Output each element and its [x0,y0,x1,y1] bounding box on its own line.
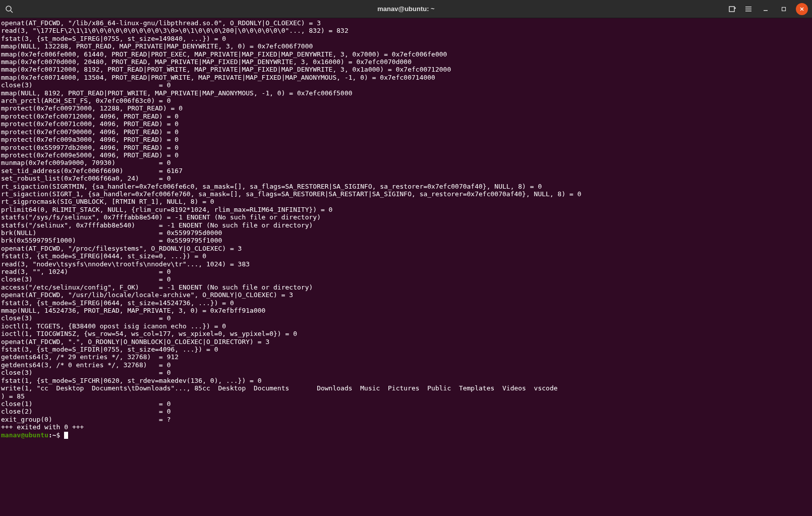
terminal-line: mprotect(0x7efc00712000, 4096, PROT_READ… [1,112,811,120]
terminal-line: mprotect(0x7efc0071c000, 4096, PROT_READ… [1,120,811,128]
terminal-line: fstat(1, {st_mode=S_IFCHR|0620, st_rdev=… [1,377,811,384]
terminal-line: mmap(0x7efc00714000, 13504, PROT_READ|PR… [1,74,811,81]
terminal-line: brk(0x5599795f1000) = 0x5599795f1000 [1,237,811,244]
prompt-dollar: $ [56,431,65,439]
terminal-line: ) = 85 [1,392,811,400]
terminal-line: mprotect(0x7efc009a3000, 4096, PROT_READ… [1,136,811,143]
search-icon[interactable] [4,4,14,14]
terminal-line: fstat(3, {st_mode=S_IFREG|0644, st_size=… [1,299,811,307]
titlebar: manav@ubuntu: ~ [0,0,812,18]
terminal-line: fstat(3, {st_mode=S_IFREG|0444, st_size=… [1,252,811,260]
terminal-line: fstat(3, {st_mode=S_IFDIR|0755, st_size=… [1,346,811,353]
terminal-line: getdents64(3, /* 29 entries */, 32768) =… [1,353,811,361]
terminal-line: fstat(3, {st_mode=S_IFREG|0755, st_size=… [1,35,811,42]
terminal-line: mprotect(0x559977db2000, 4096, PROT_READ… [1,144,811,151]
svg-rect-6 [745,9,751,10]
svg-rect-7 [745,11,751,12]
terminal-line: write(1, "cc Desktop Documents\tDownload… [1,384,811,392]
maximize-button[interactable] [778,3,790,15]
terminal-line: rt_sigaction(SIGRTMIN, {sa_handler=0x7ef… [1,183,811,190]
minimize-button[interactable] [760,3,772,15]
prompt-user-host: manav@ubuntu [1,431,48,439]
svg-point-0 [6,6,11,11]
window-title: manav@ubuntu: ~ [377,5,434,13]
terminal-line: close(3) = 0 [1,314,811,322]
terminal-line: close(3) = 0 [1,275,811,283]
new-tab-icon[interactable] [727,4,737,14]
terminal-line: set_robust_list(0x7efc006f66a0, 24) = 0 [1,175,811,182]
terminal-line: brk(NULL) = 0x5599795d0000 [1,229,811,237]
terminal-line: mmap(0x7efc0070d000, 20480, PROT_READ, M… [1,58,811,66]
terminal-line: openat(AT_FDCWD, "/lib/x86_64-linux-gnu/… [1,19,811,27]
terminal-line: rt_sigaction(SIGRT_1, {sa_handler=0x7efc… [1,190,811,198]
terminal-line: close(2) = 0 [1,408,811,415]
terminal-line: close(1) = 0 [1,400,811,408]
prompt-separator: : [48,431,52,439]
terminal-line: mprotect(0x7efc009e5000, 4096, PROT_READ… [1,151,811,159]
terminal-line: prlimit64(0, RLIMIT_STACK, NULL, {rlim_c… [1,206,811,213]
terminal-line: rt_sigprocmask(SIG_UNBLOCK, [RTMIN RT_1]… [1,198,811,205]
terminal-line: mmap(0x7efc006fe000, 61440, PROT_READ|PR… [1,50,811,58]
terminal-line: read(3, "", 1024) = 0 [1,268,811,275]
titlebar-right [727,3,808,15]
terminal-line: read(3, "nodev\tsysfs\nnodev\trootfs\nno… [1,260,811,268]
terminal-line: exit_group(0) = ? [1,416,811,423]
terminal-line: close(3) = 0 [1,369,811,376]
svg-rect-8 [764,10,768,11]
terminal-line: arch_prctl(ARCH_SET_FS, 0x7efc006f63c0) … [1,97,811,104]
terminal-line: read(3, "\177ELF\2\1\1\0\0\0\0\0\0\0\0\0… [1,27,811,34]
svg-rect-2 [729,7,734,12]
prompt-path: ~ [52,431,56,439]
terminal-line: mmap(NULL, 14524736, PROT_READ, MAP_PRIV… [1,307,811,314]
terminal-line: ioctl(1, TIOCGWINSZ, {ws_row=54, ws_col=… [1,330,811,337]
terminal-line: getdents64(3, /* 0 entries */, 32768) = … [1,361,811,369]
terminal-line: mprotect(0x7efc00973000, 12288, PROT_REA… [1,104,811,112]
terminal-line: openat(AT_FDCWD, "/usr/lib/locale/locale… [1,291,811,299]
svg-line-1 [11,11,13,13]
terminal-prompt-line[interactable]: manav@ubuntu:~$ [1,431,811,439]
terminal-line: set_tid_address(0x7efc006f6690) = 6167 [1,167,811,175]
cursor [64,432,68,439]
terminal-line: openat(AT_FDCWD, "/proc/filesystems", O_… [1,245,811,252]
terminal-line: mmap(NULL, 132288, PROT_READ, MAP_PRIVAT… [1,42,811,50]
terminal-line: access("/etc/selinux/config", F_OK) = -1… [1,283,811,291]
svg-rect-5 [745,7,751,8]
close-button[interactable] [796,3,808,15]
terminal-line: mmap(0x7efc00712000, 8192, PROT_READ|PRO… [1,66,811,73]
terminal-output[interactable]: openat(AT_FDCWD, "/lib/x86_64-linux-gnu/… [0,18,812,440]
svg-rect-9 [782,7,786,11]
terminal-line: ioctl(1, TCGETS, {B38400 opost isig ican… [1,322,811,330]
terminal-line: statfs("/sys/fs/selinux", 0x7fffabb8e540… [1,213,811,221]
terminal-line: mmap(NULL, 8192, PROT_READ|PROT_WRITE, M… [1,89,811,97]
titlebar-left [4,4,14,14]
terminal-line: openat(AT_FDCWD, ".", O_RDONLY|O_NONBLOC… [1,338,811,346]
terminal-line: close(3) = 0 [1,81,811,89]
terminal-line: statfs("/selinux", 0x7fffabb8e540) = -1 … [1,221,811,229]
terminal-line: +++ exited with 0 +++ [1,423,811,431]
terminal-line: mprotect(0x7efc00790000, 4096, PROT_READ… [1,128,811,136]
terminal-line: munmap(0x7efc009a9000, 70930) = 0 [1,159,811,166]
hamburger-menu-icon[interactable] [743,4,753,14]
